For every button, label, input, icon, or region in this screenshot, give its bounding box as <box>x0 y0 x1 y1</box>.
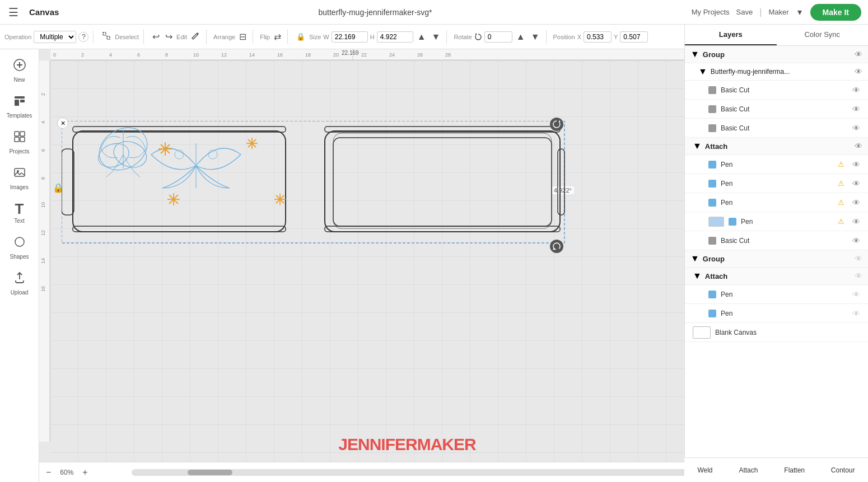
sidebar-item-shapes[interactable]: Shapes <box>2 231 38 264</box>
separator: | <box>759 7 762 17</box>
horizontal-scrollbar[interactable] <box>132 469 717 476</box>
pen-2-eye[interactable]: 👁 <box>852 179 860 188</box>
layer-basic-cut-1[interactable]: Basic Cut 👁 <box>685 81 868 100</box>
layer-basic-cut-3[interactable]: Basic Cut 👁 <box>685 119 868 138</box>
attach-eye[interactable]: 👁 <box>855 142 862 151</box>
arrange-button[interactable]: ⊟ <box>237 30 248 44</box>
pen-2-label: Pen <box>721 180 833 188</box>
pen-4-warning: ⚠ <box>838 217 844 226</box>
undo-button[interactable]: ↩ <box>151 30 161 44</box>
basic-cut-2-eye[interactable]: 👁 <box>852 105 860 114</box>
rotate-handle-bottom[interactable] <box>550 240 563 253</box>
help-button[interactable]: ? <box>78 32 88 42</box>
hamburger-menu-button[interactable]: ☰ <box>7 4 20 21</box>
zoom-out-button[interactable]: − <box>46 467 51 478</box>
group-1-collapse-icon: ▼ <box>690 49 699 59</box>
tab-layers[interactable]: Layers <box>685 25 777 45</box>
pen-6-swatch <box>708 310 716 317</box>
tab-color-sync[interactable]: Color Sync <box>777 25 869 45</box>
sidebar-item-templates[interactable]: Templates <box>2 90 38 123</box>
save-link[interactable]: Save <box>736 8 753 16</box>
pen-3-eye[interactable]: 👁 <box>852 198 860 207</box>
edit-icon-button[interactable] <box>189 30 202 44</box>
my-projects-link[interactable]: My Projects <box>692 8 730 16</box>
layer-pen-1[interactable]: Pen ⚠ 👁 <box>685 155 868 174</box>
flip-label: Flip <box>260 34 270 40</box>
sidebar-item-upload[interactable]: Upload <box>2 266 38 300</box>
flatten-button[interactable]: Flatten <box>778 464 810 476</box>
sidebar-item-text[interactable]: T Text <box>2 197 38 228</box>
layer-pen-4[interactable]: Pen ⚠ 👁 <box>685 212 868 231</box>
swatch-1 <box>708 86 716 94</box>
zoom-level: 60% <box>55 469 78 476</box>
make-it-button[interactable]: Make It <box>810 4 861 21</box>
panel-tabs: Layers Color Sync <box>685 25 868 46</box>
swatch-3 <box>708 124 716 132</box>
pen-5-label: Pen <box>721 291 846 298</box>
sidebar-item-new[interactable]: New <box>2 54 38 87</box>
rotate-step-down[interactable]: ▼ <box>529 30 542 44</box>
attach-2-group-header[interactable]: ▼ Attach 👁 <box>685 268 868 285</box>
pen-1-swatch <box>708 161 716 169</box>
zoom-in-button[interactable]: + <box>82 467 87 478</box>
contour-button[interactable]: Contour <box>825 464 861 476</box>
weld-button[interactable]: Weld <box>692 464 718 476</box>
canvas-grid[interactable]: ✕ 🔒 4.922° <box>50 60 684 462</box>
redo-button[interactable]: ↪ <box>164 30 174 44</box>
rotate-step-up[interactable]: ▲ <box>515 30 527 44</box>
arrange-label: Arrange <box>213 34 235 40</box>
scrollbar-thumb[interactable] <box>188 470 232 475</box>
rotate-input[interactable] <box>484 31 512 43</box>
svg-text:28: 28 <box>445 52 451 58</box>
attach-2-eye[interactable]: 👁 <box>855 272 862 280</box>
layer-pen-5[interactable]: Pen 👁 <box>685 285 868 304</box>
y-input[interactable] <box>620 31 648 43</box>
height-step-down[interactable]: ▼ <box>430 30 442 44</box>
svg-rect-10 <box>20 132 25 136</box>
ruler-top: 0 2 4 6 8 10 12 14 16 18 20 22 24 26 28 … <box>50 49 684 60</box>
group-2-eye[interactable]: 👁 <box>855 254 862 263</box>
layer-pen-3[interactable]: Pen ⚠ 👁 <box>685 193 868 212</box>
x-input[interactable] <box>584 31 612 43</box>
height-input[interactable] <box>377 31 413 43</box>
operation-select[interactable]: Multiple <box>34 31 76 43</box>
svg-text:12: 12 <box>221 52 227 58</box>
height-step-up[interactable]: ▲ <box>416 30 428 44</box>
layer-basic-cut-4[interactable]: Basic Cut 👁 <box>685 231 868 250</box>
group-1-header[interactable]: ▼ Group 👁 <box>685 46 868 63</box>
svg-text:4: 4 <box>109 52 112 58</box>
sidebar-item-projects[interactable]: Projects <box>2 125 38 159</box>
pen-4-eye[interactable]: 👁 <box>852 217 860 226</box>
blank-canvas-thumb <box>693 326 711 339</box>
svg-text:2: 2 <box>81 52 84 58</box>
basic-cut-3-eye[interactable]: 👁 <box>852 124 860 133</box>
group-2-header[interactable]: ▼ Group 👁 <box>685 250 868 268</box>
pen-5-eye[interactable]: 👁 <box>852 290 860 299</box>
attach-button[interactable]: Attach <box>733 464 763 476</box>
rotate-handle-top[interactable] <box>550 118 563 131</box>
attach-group-header[interactable]: ▼ Attach 👁 <box>685 138 868 155</box>
blank-canvas-item[interactable]: Blank Canvas <box>685 323 868 342</box>
ruler-top-svg: 0 2 4 6 8 10 12 14 16 18 20 22 24 26 28 … <box>50 49 684 60</box>
group-1-eye[interactable]: 👁 <box>855 50 862 59</box>
deselect-button[interactable] <box>100 30 113 44</box>
pen-2-swatch <box>708 180 716 188</box>
layer-basic-cut-2[interactable]: Basic Cut 👁 <box>685 100 868 119</box>
pen-1-eye[interactable]: 👁 <box>852 160 860 169</box>
sidebar-item-images[interactable]: Images <box>2 161 38 195</box>
canvas-area[interactable]: 0 2 4 6 8 10 12 14 16 18 20 22 24 26 28 … <box>39 49 684 462</box>
flip-button[interactable]: ⇄ <box>272 30 283 44</box>
svg-text:16: 16 <box>40 286 46 292</box>
basic-cut-4-eye[interactable]: 👁 <box>852 236 860 245</box>
width-input[interactable] <box>332 31 368 43</box>
close-selection-button[interactable]: ✕ <box>57 118 68 129</box>
layer-pen-6[interactable]: Pen 👁 <box>685 304 868 323</box>
butterfly-group-header[interactable]: ▼ Butterfly-mug-jenniferma... 👁 <box>685 63 868 81</box>
svg-text:0: 0 <box>53 52 56 58</box>
pen-6-eye[interactable]: 👁 <box>852 309 860 318</box>
basic-cut-1-eye[interactable]: 👁 <box>852 86 860 95</box>
butterfly-eye[interactable]: 👁 <box>855 67 862 76</box>
lock-icon[interactable]: 🔒 <box>295 31 307 43</box>
maker-dropdown-button[interactable]: ▾ <box>796 5 804 19</box>
layer-pen-2[interactable]: Pen ⚠ 👁 <box>685 174 868 193</box>
